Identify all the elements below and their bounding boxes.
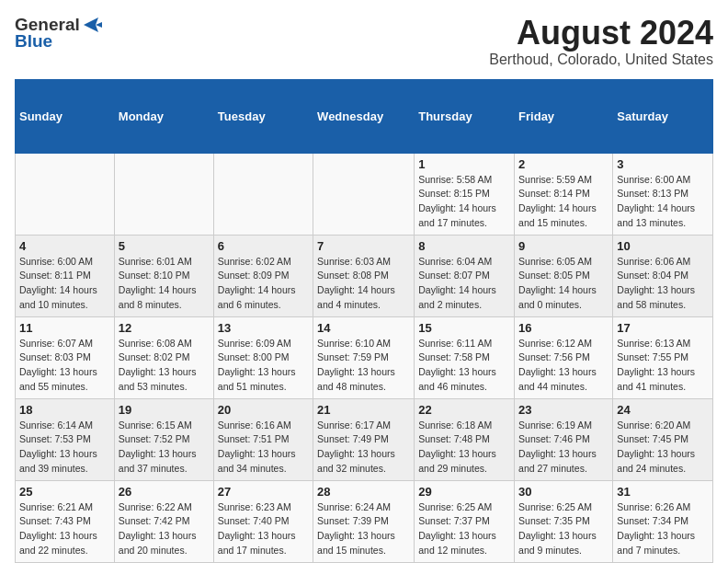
table-row xyxy=(213,153,313,235)
day-info: Sunrise: 6:14 AMSunset: 7:53 PMDaylight:… xyxy=(19,419,110,477)
table-row: 1Sunrise: 5:58 AMSunset: 8:15 PMDaylight… xyxy=(415,153,515,235)
calendar-week-row: 1Sunrise: 5:58 AMSunset: 8:15 PMDaylight… xyxy=(16,153,713,235)
day-info: Sunrise: 6:01 AMSunset: 8:10 PMDaylight:… xyxy=(119,255,210,313)
col-thursday: Thursday xyxy=(415,79,515,153)
table-row: 14Sunrise: 6:10 AMSunset: 7:59 PMDayligh… xyxy=(313,316,415,398)
day-number: 21 xyxy=(317,403,410,417)
day-number: 26 xyxy=(119,485,210,499)
table-row xyxy=(114,153,213,235)
day-info: Sunrise: 6:22 AMSunset: 7:42 PMDaylight:… xyxy=(119,500,210,558)
col-monday: Monday xyxy=(114,79,213,153)
title-area: August 2024 Berthoud, Colorado, United S… xyxy=(489,15,713,68)
day-info: Sunrise: 6:03 AMSunset: 8:08 PMDaylight:… xyxy=(317,255,410,313)
day-info: Sunrise: 6:00 AMSunset: 8:11 PMDaylight:… xyxy=(19,255,110,313)
table-row: 3Sunrise: 6:00 AMSunset: 8:13 PMDaylight… xyxy=(613,153,713,235)
table-row: 11Sunrise: 6:07 AMSunset: 8:03 PMDayligh… xyxy=(16,316,115,398)
table-row: 16Sunrise: 6:12 AMSunset: 7:56 PMDayligh… xyxy=(515,316,613,398)
table-row: 4Sunrise: 6:00 AMSunset: 8:11 PMDaylight… xyxy=(16,235,115,316)
day-number: 19 xyxy=(119,403,210,417)
table-row: 31Sunrise: 6:26 AMSunset: 7:34 PMDayligh… xyxy=(613,480,713,562)
table-row: 22Sunrise: 6:18 AMSunset: 7:48 PMDayligh… xyxy=(415,398,515,480)
page-header: General Blue August 2024 Berthoud, Color… xyxy=(15,15,713,68)
day-info: Sunrise: 6:02 AMSunset: 8:09 PMDaylight:… xyxy=(218,255,309,313)
day-number: 2 xyxy=(518,157,609,171)
calendar-week-row: 4Sunrise: 6:00 AMSunset: 8:11 PMDaylight… xyxy=(16,235,713,316)
day-number: 23 xyxy=(518,403,609,417)
day-number: 11 xyxy=(19,321,110,335)
day-info: Sunrise: 6:25 AMSunset: 7:37 PMDaylight:… xyxy=(418,500,510,558)
day-info: Sunrise: 6:09 AMSunset: 8:00 PMDaylight:… xyxy=(218,337,309,395)
col-saturday: Saturday xyxy=(613,79,713,153)
day-info: Sunrise: 6:16 AMSunset: 7:51 PMDaylight:… xyxy=(218,419,309,477)
day-number: 7 xyxy=(317,239,410,253)
calendar-week-row: 25Sunrise: 6:21 AMSunset: 7:43 PMDayligh… xyxy=(16,480,713,562)
day-info: Sunrise: 6:15 AMSunset: 7:52 PMDaylight:… xyxy=(119,419,210,477)
table-row: 7Sunrise: 6:03 AMSunset: 8:08 PMDaylight… xyxy=(313,235,415,316)
table-row: 15Sunrise: 6:11 AMSunset: 7:58 PMDayligh… xyxy=(415,316,515,398)
table-row: 12Sunrise: 6:08 AMSunset: 8:02 PMDayligh… xyxy=(114,316,213,398)
day-number: 22 xyxy=(418,403,510,417)
day-number: 16 xyxy=(518,321,609,335)
day-info: Sunrise: 6:23 AMSunset: 7:40 PMDaylight:… xyxy=(218,500,309,558)
day-info: Sunrise: 6:12 AMSunset: 7:56 PMDaylight:… xyxy=(518,337,609,395)
day-info: Sunrise: 6:00 AMSunset: 8:13 PMDaylight:… xyxy=(617,173,709,231)
table-row: 13Sunrise: 6:09 AMSunset: 8:00 PMDayligh… xyxy=(213,316,313,398)
table-row: 30Sunrise: 6:25 AMSunset: 7:35 PMDayligh… xyxy=(515,480,613,562)
day-info: Sunrise: 5:58 AMSunset: 8:15 PMDaylight:… xyxy=(418,173,510,231)
day-number: 4 xyxy=(19,239,110,253)
day-number: 3 xyxy=(617,157,709,171)
day-number: 9 xyxy=(518,239,609,253)
day-number: 25 xyxy=(19,485,110,499)
day-number: 29 xyxy=(418,485,510,499)
day-number: 1 xyxy=(418,157,510,171)
day-info: Sunrise: 6:04 AMSunset: 8:07 PMDaylight:… xyxy=(418,255,510,313)
table-row: 28Sunrise: 6:24 AMSunset: 7:39 PMDayligh… xyxy=(313,480,415,562)
calendar-header-row: Sunday Monday Tuesday Wednesday Thursday… xyxy=(16,79,713,153)
table-row: 2Sunrise: 5:59 AMSunset: 8:14 PMDaylight… xyxy=(515,153,613,235)
day-info: Sunrise: 6:11 AMSunset: 7:58 PMDaylight:… xyxy=(418,337,510,395)
day-info: Sunrise: 5:59 AMSunset: 8:14 PMDaylight:… xyxy=(518,173,609,231)
logo-icon xyxy=(82,17,102,33)
calendar-table: Sunday Monday Tuesday Wednesday Thursday… xyxy=(15,79,713,563)
logo-blue-text: Blue xyxy=(15,31,52,52)
col-friday: Friday xyxy=(515,79,613,153)
table-row: 29Sunrise: 6:25 AMSunset: 7:37 PMDayligh… xyxy=(415,480,515,562)
table-row: 26Sunrise: 6:22 AMSunset: 7:42 PMDayligh… xyxy=(114,480,213,562)
day-number: 6 xyxy=(218,239,309,253)
day-number: 13 xyxy=(218,321,309,335)
table-row: 23Sunrise: 6:19 AMSunset: 7:46 PMDayligh… xyxy=(515,398,613,480)
day-number: 24 xyxy=(617,403,709,417)
table-row: 10Sunrise: 6:06 AMSunset: 8:04 PMDayligh… xyxy=(613,235,713,316)
day-info: Sunrise: 6:20 AMSunset: 7:45 PMDaylight:… xyxy=(617,419,709,477)
col-sunday: Sunday xyxy=(16,79,115,153)
day-number: 30 xyxy=(518,485,609,499)
day-info: Sunrise: 6:24 AMSunset: 7:39 PMDaylight:… xyxy=(317,500,410,558)
table-row: 27Sunrise: 6:23 AMSunset: 7:40 PMDayligh… xyxy=(213,480,313,562)
calendar-week-row: 18Sunrise: 6:14 AMSunset: 7:53 PMDayligh… xyxy=(16,398,713,480)
day-number: 20 xyxy=(218,403,309,417)
day-info: Sunrise: 6:21 AMSunset: 7:43 PMDaylight:… xyxy=(19,500,110,558)
table-row: 25Sunrise: 6:21 AMSunset: 7:43 PMDayligh… xyxy=(16,480,115,562)
table-row: 5Sunrise: 6:01 AMSunset: 8:10 PMDaylight… xyxy=(114,235,213,316)
logo: General Blue xyxy=(15,15,102,52)
day-number: 31 xyxy=(617,485,709,499)
day-number: 28 xyxy=(317,485,410,499)
day-number: 17 xyxy=(617,321,709,335)
day-number: 27 xyxy=(218,485,309,499)
table-row: 18Sunrise: 6:14 AMSunset: 7:53 PMDayligh… xyxy=(16,398,115,480)
day-info: Sunrise: 6:25 AMSunset: 7:35 PMDaylight:… xyxy=(518,500,609,558)
day-info: Sunrise: 6:18 AMSunset: 7:48 PMDaylight:… xyxy=(418,419,510,477)
day-info: Sunrise: 6:26 AMSunset: 7:34 PMDaylight:… xyxy=(617,500,709,558)
day-info: Sunrise: 6:06 AMSunset: 8:04 PMDaylight:… xyxy=(617,255,709,313)
table-row: 21Sunrise: 6:17 AMSunset: 7:49 PMDayligh… xyxy=(313,398,415,480)
table-row: 19Sunrise: 6:15 AMSunset: 7:52 PMDayligh… xyxy=(114,398,213,480)
day-info: Sunrise: 6:05 AMSunset: 8:05 PMDaylight:… xyxy=(518,255,609,313)
page-subtitle: Berthoud, Colorado, United States xyxy=(489,52,713,68)
day-number: 8 xyxy=(418,239,510,253)
day-number: 14 xyxy=(317,321,410,335)
day-number: 10 xyxy=(617,239,709,253)
day-info: Sunrise: 6:13 AMSunset: 7:55 PMDaylight:… xyxy=(617,337,709,395)
day-info: Sunrise: 6:19 AMSunset: 7:46 PMDaylight:… xyxy=(518,419,609,477)
day-number: 12 xyxy=(119,321,210,335)
table-row: 9Sunrise: 6:05 AMSunset: 8:05 PMDaylight… xyxy=(515,235,613,316)
